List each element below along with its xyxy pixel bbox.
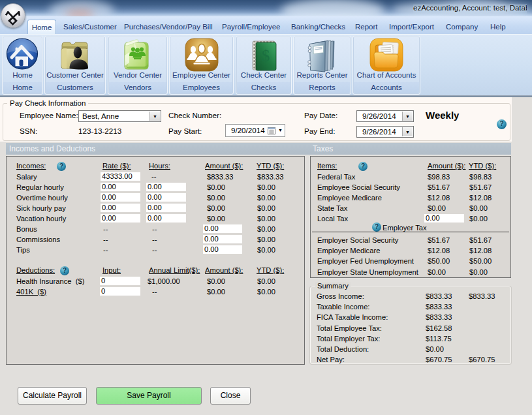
svg-text:$: $ <box>262 47 270 65</box>
